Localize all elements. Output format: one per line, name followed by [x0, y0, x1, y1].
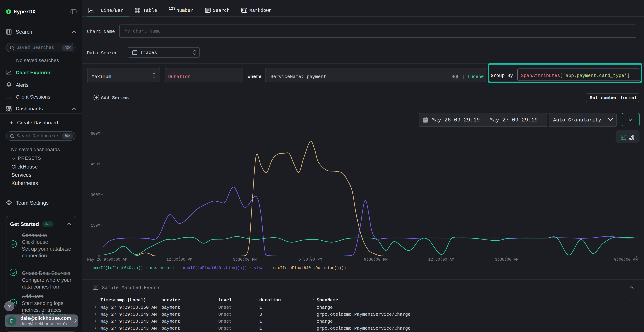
svg-text:12:30:00 PM: 12:30:00 PM	[166, 258, 192, 262]
svg-text:9:00:00 AM: 9:00:00 AM	[614, 258, 638, 262]
svg-text:450M: 450M	[91, 162, 100, 166]
svg-text:12:30:00 AM: 12:30:00 AM	[428, 258, 454, 262]
svg-text:6:30:00 PM: 6:30:00 PM	[298, 258, 322, 262]
svg-text:600M: 600M	[91, 132, 100, 136]
svg-text:9:30:00 PM: 9:30:00 PM	[364, 258, 388, 262]
svg-text:3:30:00 PM: 3:30:00 PM	[233, 258, 257, 262]
svg-text:3:30:00 AM: 3:30:00 AM	[495, 258, 518, 262]
svg-text:150M: 150M	[91, 224, 100, 228]
svg-text:300M: 300M	[91, 193, 100, 197]
svg-text:May 26 9:00:00 AM: May 26 9:00:00 AM	[87, 258, 127, 262]
